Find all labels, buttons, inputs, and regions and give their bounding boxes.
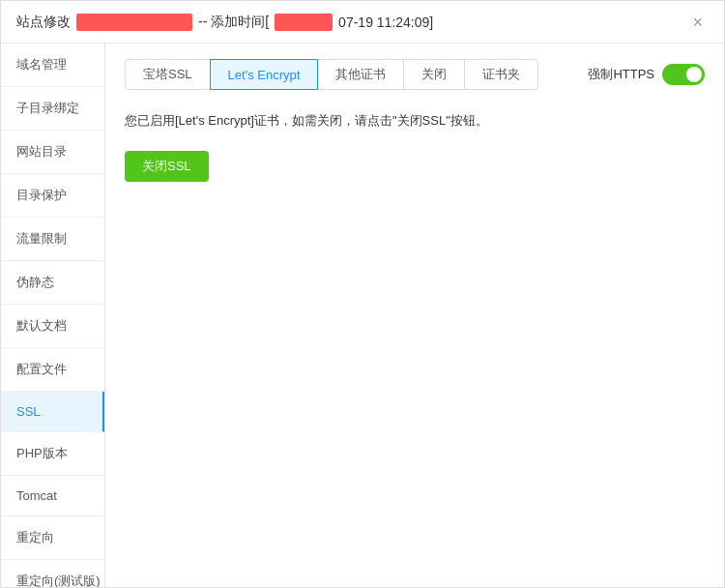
title-bar: 站点修改 -- 添加时间[ 07-19 11:24:09] × — [1, 1, 724, 44]
sidebar-item-pseudo[interactable]: 伪静态 — [1, 261, 104, 305]
sidebar-item-ssl[interactable]: SSL — [1, 392, 104, 432]
sidebar-item-domain[interactable]: 域名管理 — [1, 44, 104, 87]
title-redacted-domain — [76, 14, 192, 31]
sidebar-item-default[interactable]: 默认文档 — [1, 305, 104, 348]
title-prefix: 站点修改 — [16, 14, 71, 31]
tab-other[interactable]: 其他证书 — [317, 59, 404, 90]
window-title: 站点修改 -- 添加时间[ 07-19 11:24:09] — [16, 14, 433, 31]
close-ssl-button[interactable]: 关闭SSL — [125, 151, 209, 182]
sidebar-item-redirect_test[interactable]: 重定向(测试版) — [1, 560, 104, 587]
sidebar-item-subdir[interactable]: 子目录绑定 — [1, 87, 104, 131]
tab-certview[interactable]: 证书夹 — [464, 59, 538, 90]
title-date: 07-19 11:24:09] — [338, 15, 433, 30]
sidebar-item-dirprotect[interactable]: 目录保护 — [1, 174, 104, 218]
tab-baota[interactable]: 宝塔SSL — [125, 59, 211, 90]
close-button[interactable]: × — [686, 12, 709, 33]
force-https-control: 强制HTTPS — [588, 64, 705, 85]
content-area: 宝塔SSLLet's Encrypt其他证书关闭证书夹 强制HTTPS 您已启用… — [105, 44, 724, 587]
ssl-info-text: 您已启用[Let's Encrypt]证书，如需关闭，请点击"关闭SSL"按钮。 — [125, 109, 705, 132]
tab-close[interactable]: 关闭 — [403, 59, 465, 90]
main-layout: 域名管理子目录绑定网站目录目录保护流量限制伪静态默认文档配置文件SSLPHP版本… — [1, 44, 724, 587]
sidebar: 域名管理子目录绑定网站目录目录保护流量限制伪静态默认文档配置文件SSLPHP版本… — [1, 44, 105, 587]
ssl-tabs: 宝塔SSLLet's Encrypt其他证书关闭证书夹 — [125, 59, 537, 90]
tab-bar: 宝塔SSLLet's Encrypt其他证书关闭证书夹 强制HTTPS — [125, 59, 705, 90]
title-redacted-date — [275, 14, 333, 31]
sidebar-item-tomcat[interactable]: Tomcat — [1, 476, 104, 516]
sidebar-item-redirect[interactable]: 重定向 — [1, 516, 104, 560]
site-settings-window: 站点修改 -- 添加时间[ 07-19 11:24:09] × 域名管理子目录绑… — [0, 0, 725, 588]
title-middle: -- 添加时间[ — [198, 14, 269, 31]
sidebar-item-flowlimit[interactable]: 流量限制 — [1, 218, 104, 261]
force-https-toggle[interactable] — [662, 64, 705, 85]
sidebar-item-webroot[interactable]: 网站目录 — [1, 131, 104, 174]
force-https-label: 强制HTTPS — [588, 66, 654, 83]
tab-letsencrypt[interactable]: Let's Encrypt — [210, 59, 319, 90]
sidebar-item-config[interactable]: 配置文件 — [1, 348, 104, 392]
sidebar-item-php[interactable]: PHP版本 — [1, 432, 104, 476]
